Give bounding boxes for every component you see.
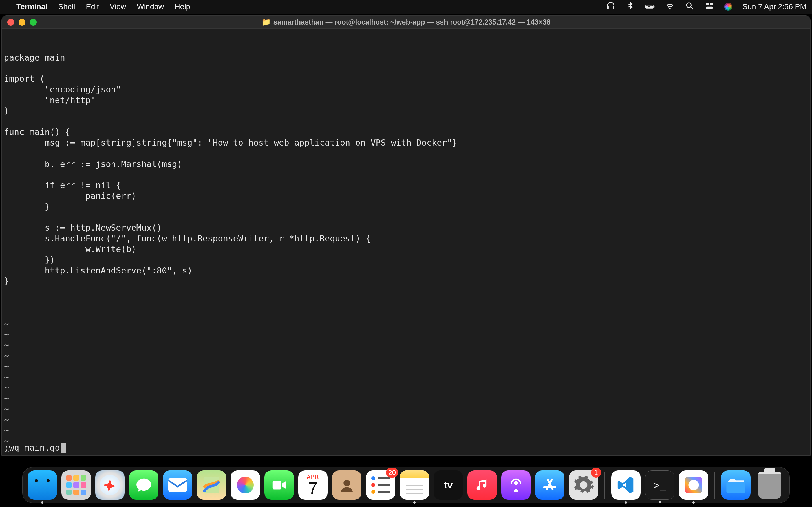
dock-item-facetime[interactable] [264,470,294,500]
battery-icon[interactable] [645,2,655,11]
menu-shell[interactable]: Shell [58,3,75,11]
dock-item-tv[interactable]: tv [434,470,463,500]
window-title: 📁 samarthasthan — root@localhost: ~/web-… [262,18,550,26]
dock-running-arc [693,501,695,504]
menu-window[interactable]: Window [137,3,164,11]
dock-item-terminal[interactable]: >_ [645,470,674,500]
dock-running-terminal [659,501,661,503]
dock-item-notes[interactable] [400,470,429,500]
vim-cursor [61,443,66,453]
dock-item-launchpad[interactable] [61,470,91,500]
traffic-lights [7,19,37,25]
bluetooth-icon[interactable] [626,1,635,13]
vim-command-text: :wq main.go [4,443,60,453]
svg-rect-2 [654,6,654,7]
dock-item-safari[interactable] [95,470,124,500]
window-close-button[interactable] [7,19,14,25]
menubar: Terminal Shell Edit View Window Help Sun… [0,0,812,13]
svg-rect-8 [273,481,282,490]
dock-item-contacts[interactable] [332,470,361,500]
dock-item-messages[interactable] [129,470,158,500]
dock-item-maps[interactable] [197,470,226,500]
dock-item-music[interactable] [467,470,497,500]
dock-item-photos[interactable] [231,470,260,500]
svg-rect-5 [710,3,713,5]
menu-help[interactable]: Help [174,3,190,11]
terminal-window: 📁 samarthasthan — root@localhost: ~/web-… [1,15,811,456]
dock-badge-settings: 1 [591,467,601,478]
dock-running-finder [41,501,43,504]
dock-item-podcasts[interactable] [501,470,530,500]
dock-item-arc[interactable] [679,470,708,500]
svg-point-10 [514,481,518,485]
svg-point-3 [687,3,691,7]
window-minimize-button[interactable] [18,19,26,25]
window-titlebar[interactable]: 📁 samarthasthan — root@localhost: ~/web-… [2,16,810,29]
svg-rect-11 [726,482,745,493]
svg-point-9 [343,480,350,486]
terminal-body[interactable]: package main import ( "encoding/json" "n… [2,29,810,455]
dock-running-notes [413,501,416,504]
dock-running-vscode [625,501,627,504]
calendar-day: 7 [308,480,317,496]
dock-separator [714,471,715,499]
dock-item-appstore[interactable] [535,470,564,500]
svg-rect-6 [706,6,713,9]
menu-edit[interactable]: Edit [86,3,99,11]
dock-separator [605,471,605,499]
window-maximize-button[interactable] [30,19,37,25]
dock-item-settings[interactable]: 1 [569,470,598,500]
spotlight-icon[interactable] [685,1,695,13]
headphones-icon[interactable] [606,1,615,13]
dock-badge-reminders: 20 [386,467,398,478]
siri-icon[interactable] [724,3,732,11]
dock-item-calendar[interactable]: APR7 [298,470,327,500]
dock-item-vscode[interactable] [611,470,641,500]
editor-code: package main import ( "encoding/json" "n… [4,52,808,287]
svg-rect-4 [706,3,709,5]
vim-command-line[interactable]: :wq main.go [4,443,66,453]
dock-item-reminders[interactable]: 20 [366,470,395,500]
window-title-text: samarthasthan — root@localhost: ~/web-ap… [273,18,550,26]
dock-item-downloads[interactable] [721,470,751,500]
menubar-left: Terminal Shell Edit View Window Help [6,3,190,11]
folder-icon: 📁 [262,18,271,26]
wifi-icon[interactable] [665,1,675,13]
menu-view[interactable]: View [110,3,126,11]
control-center-icon[interactable] [705,1,714,13]
dock-item-mail[interactable] [163,470,192,500]
menubar-datetime[interactable]: Sun 7 Apr 2:56 PM [742,3,806,11]
dock-item-finder[interactable] [28,470,57,500]
menubar-app-name[interactable]: Terminal [16,3,48,11]
dock: APR720tv1>_ [22,467,790,503]
dock-item-trash[interactable] [755,470,784,500]
vim-tilde-lines: ~ ~ ~ ~ ~ ~ ~ ~ ~ ~ ~ ~ ~ [4,308,808,456]
menubar-right: Sun 7 Apr 2:56 PM [606,1,806,13]
svg-rect-7 [168,478,187,492]
